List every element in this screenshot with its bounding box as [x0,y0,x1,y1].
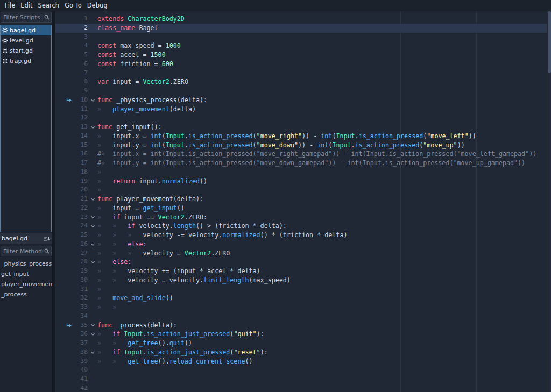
line-number[interactable]: 21 [74,195,88,204]
code-line[interactable]: 9 [55,87,547,96]
line-number[interactable]: 39 [74,357,88,366]
code-editor[interactable]: 1extends CharacterBody2D2class_name Bage… [55,11,547,392]
line-number[interactable]: 25 [74,231,88,240]
line-number[interactable]: 36 [74,330,88,339]
code-line[interactable]: 2class_name Bagel [55,24,547,33]
fold-caret-icon[interactable] [88,330,97,339]
code-line[interactable]: 31» [55,285,547,294]
method-item-player_movement[interactable]: player_movement [0,279,52,289]
code-line[interactable]: 1extends CharacterBody2D [55,15,547,24]
line-number[interactable]: 9 [74,87,88,96]
line-number[interactable]: 4 [74,41,88,51]
menu-search[interactable]: Search [36,0,62,11]
code-line[interactable]: 17#» input.y = int(Input.is_action_press… [55,159,547,168]
line-number[interactable]: 11 [74,105,88,114]
line-number[interactable]: 32 [74,294,88,303]
code-line[interactable]: 39» » get_tree().reload_current_scene() [55,357,547,366]
code-line[interactable]: 6const friction = 600 [55,60,547,69]
fold-caret-icon[interactable] [88,96,97,105]
code-line[interactable]: 32» move_and_slide() [55,294,547,303]
line-number[interactable]: 26 [74,240,88,249]
code-line[interactable]: 11» player_movement(delta) [55,105,547,114]
code-line[interactable]: 22» input = get_input() [55,204,547,213]
code-line[interactable]: 30» » velocity = velocity.limit_length(m… [55,276,547,285]
code-line[interactable]: 40 [55,366,547,375]
code-line[interactable]: 7 [55,69,547,78]
code-line[interactable]: 3 [55,33,547,42]
line-number[interactable]: 6 [74,60,88,69]
code-line[interactable]: 4const max_speed = 1000 [55,41,547,51]
script-item-start[interactable]: start.gd [1,46,51,56]
line-number[interactable]: 27 [74,249,88,258]
method-sort-button[interactable] [44,236,51,241]
line-number[interactable]: 2 [74,24,88,33]
filter-methods-input[interactable] [1,248,44,255]
line-number[interactable]: 14 [74,132,88,141]
code-line[interactable]: 28» else: [55,258,547,267]
menu-file[interactable]: File [2,0,18,11]
fold-caret-icon[interactable] [88,195,97,204]
script-item-trap[interactable]: trap.gd [1,56,51,66]
line-number[interactable]: 23 [74,213,88,222]
line-number[interactable]: 33 [74,303,88,312]
code-line[interactable]: 26» » else: [55,240,547,249]
fold-caret-icon[interactable] [88,222,97,231]
code-line[interactable]: 19» return input.normalized() [55,177,547,186]
line-number[interactable]: 18 [74,168,88,177]
code-line[interactable]: 10func _physics_process(delta): [55,96,547,105]
code-line[interactable]: 24» » if velocity.length() > (friction *… [55,222,547,231]
line-number[interactable]: 8 [74,77,88,87]
code-line[interactable]: 27» » » velocity = Vector2.ZERO [55,249,547,258]
line-number[interactable]: 19 [74,177,88,186]
line-number[interactable]: 10 [74,96,88,105]
line-number[interactable]: 12 [74,113,88,123]
line-number[interactable]: 20 [74,186,88,195]
line-number[interactable]: 38 [74,348,88,357]
script-item-level[interactable]: level.gd [1,35,51,46]
fold-caret-icon[interactable] [88,123,97,132]
code-line[interactable]: 29» » velocity += (input * accel * delta… [55,267,547,276]
code-line[interactable]: 8var input = Vector2.ZERO [55,77,547,87]
code-line[interactable]: 41 [55,375,547,384]
code-line[interactable]: 42 [55,384,547,392]
code-line[interactable]: 35func _process(delta): [55,321,547,330]
line-number[interactable]: 42 [74,384,88,392]
line-number[interactable]: 40 [74,366,88,375]
code-line[interactable]: 16#» input.x = int(Input.is_action_press… [55,149,547,159]
line-number[interactable]: 24 [74,222,88,231]
code-line[interactable]: 18» [55,168,547,177]
current-script-row[interactable]: bagel.gd [0,233,52,244]
line-number[interactable]: 41 [74,375,88,384]
filter-scripts-input[interactable] [1,14,44,21]
code-line[interactable]: 5const accel = 1500 [55,51,547,60]
fold-caret-icon[interactable] [88,321,97,330]
code-line[interactable]: 37» » get_tree().quit() [55,339,547,348]
code-line[interactable]: 13func get_input(): [55,123,547,132]
code-line[interactable]: 25» » » velocity -= velocity.normalized(… [55,231,547,240]
line-number[interactable]: 34 [74,312,88,321]
menu-edit[interactable]: Edit [18,0,35,11]
code-line[interactable]: 14» input.x = int(Input.is_action_presse… [55,132,547,141]
method-item-get_input[interactable]: get_input [0,269,52,279]
line-number[interactable]: 3 [74,33,88,42]
script-item-bagel[interactable]: bagel.gd [1,25,51,35]
line-number[interactable]: 35 [74,321,88,330]
line-number[interactable]: 37 [74,339,88,348]
line-number[interactable]: 7 [74,69,88,78]
menu-go-to[interactable]: Go To [62,0,84,11]
line-number[interactable]: 22 [74,204,88,213]
line-number[interactable]: 30 [74,276,88,285]
fold-caret-icon[interactable] [88,240,97,249]
code-line[interactable]: 12 [55,113,547,123]
code-line[interactable]: 15» input.y = int(Input.is_action_presse… [55,141,547,150]
code-line[interactable]: 34 [55,312,547,321]
line-number[interactable]: 28 [74,258,88,267]
code-line[interactable]: 38» if Input.is_action_just_pressed("res… [55,348,547,357]
line-number[interactable]: 15 [74,141,88,150]
method-item-process[interactable]: _process [0,289,52,300]
scrollbar-handle[interactable] [548,11,551,73]
line-number[interactable]: 17 [74,159,88,168]
line-number[interactable]: 13 [74,123,88,132]
line-number[interactable]: 29 [74,267,88,276]
code-line[interactable]: 23» if input == Vector2.ZERO: [55,213,547,222]
